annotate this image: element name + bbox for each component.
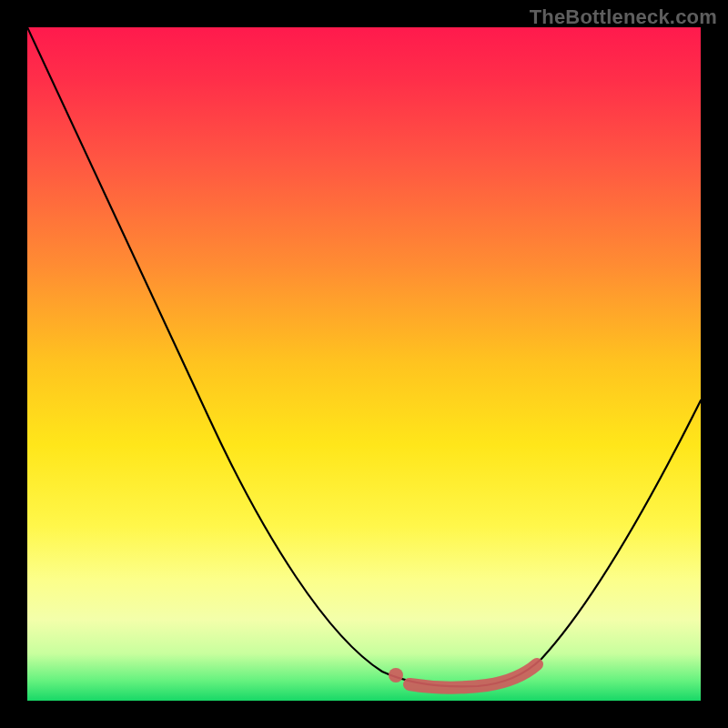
plot-area xyxy=(27,27,701,701)
watermark-text: TheBottleneck.com xyxy=(530,5,717,29)
bottleneck-curve xyxy=(27,27,701,686)
chart-frame: TheBottleneck.com xyxy=(0,0,728,728)
highlight-start-dot xyxy=(389,668,403,682)
curve-svg xyxy=(27,27,701,701)
highlight-segment xyxy=(410,664,537,688)
